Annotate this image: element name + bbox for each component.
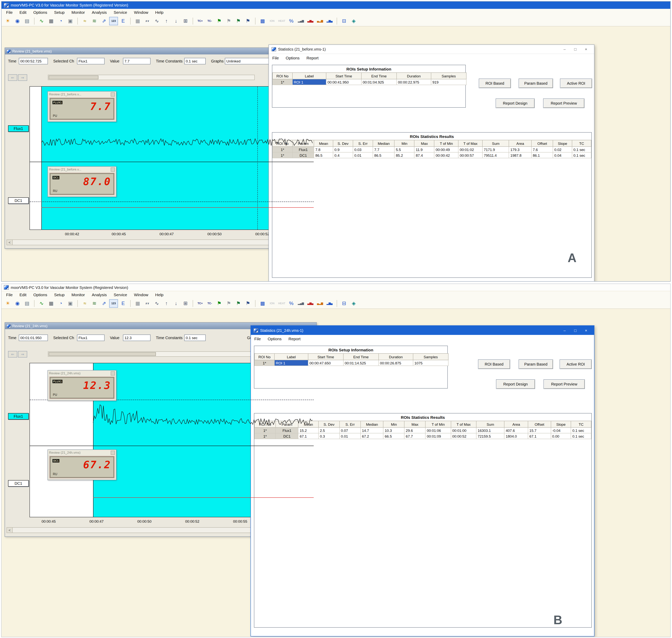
chart-notes-icon[interactable]: ⇗ (100, 17, 108, 25)
marker-gray-icon[interactable]: ⚑ (224, 299, 233, 307)
slope-cell[interactable]: -0.04 (551, 427, 571, 433)
menu-item[interactable]: Service (110, 291, 131, 298)
sdev-cell[interactable]: 0.4 (333, 152, 353, 158)
duration-cell[interactable]: 00:00:26.875 (379, 360, 413, 366)
menu-item[interactable]: Help (152, 9, 167, 15)
area-cell[interactable]: 1804.0 (504, 433, 528, 439)
serr-cell[interactable]: 0.03 (353, 147, 373, 152)
sum-cell[interactable]: 16303.1 (476, 427, 504, 433)
print-icon[interactable]: ⊟ (340, 17, 348, 25)
menu-item[interactable]: Analysis (88, 9, 110, 15)
menu-item[interactable]: Options (30, 291, 51, 298)
close-icon[interactable] (111, 167, 115, 171)
dc-display-titlebar[interactable]: Review (21_24h.vms) (48, 450, 116, 455)
menu-item[interactable]: Window (131, 291, 152, 298)
cursor-down-icon[interactable]: ↓ (172, 17, 180, 25)
histogram-blue-icon[interactable]: ▂▆▄ (325, 299, 334, 307)
main-titlebar[interactable]: moorVMS-PC V3.0 for Vascular Monitor Sys… (2, 2, 670, 9)
menu-item[interactable]: Monitor (68, 9, 88, 15)
heat-icon[interactable]: HEAT (277, 299, 286, 307)
t-of-min-cell[interactable]: 00:00:49 (434, 147, 459, 152)
close-icon[interactable]: × (581, 328, 591, 332)
grid-icon[interactable]: ▦ (133, 299, 142, 307)
histogram-red-icon[interactable]: ▃▆▄ (306, 299, 315, 307)
time-field[interactable]: 00:01:01.950 (19, 335, 48, 341)
roi-no-cell[interactable]: 1* (273, 79, 292, 85)
time-scrollbar-thumb[interactable] (49, 352, 156, 356)
cursor-down-icon[interactable]: ↓ (172, 299, 180, 307)
monitor-digits-icon[interactable]: ▦ (47, 299, 55, 307)
menu-item[interactable]: Options (264, 336, 285, 341)
serr-cell[interactable]: 0.01 (353, 152, 373, 158)
end-time-cell[interactable]: 00:01:04.925 (361, 79, 397, 85)
cursor-up-icon[interactable]: ↑ (162, 17, 171, 25)
slope-cell[interactable]: 0.02 (553, 147, 572, 152)
tc-plus-icon[interactable]: TC+ (196, 17, 205, 25)
flux-display-titlebar[interactable]: Review (21_before.v... (48, 91, 116, 97)
max-cell[interactable]: 67.7 (404, 433, 426, 439)
report-design-button[interactable]: Report Design (496, 99, 535, 108)
menu-item[interactable]: File (251, 336, 264, 341)
selected-ch-field[interactable]: Flux1 (77, 335, 105, 341)
report-design-button[interactable]: Report Design (496, 379, 535, 389)
offset-cell[interactable]: 7.6 (531, 147, 553, 152)
open-icon[interactable]: ◉ (13, 299, 22, 307)
channel-button-dc1[interactable]: DC1 (8, 480, 29, 487)
time-constants-field[interactable]: 0.1 sec (184, 58, 206, 64)
marker-delete-icon[interactable]: ⚑ (244, 299, 253, 307)
grid-icon[interactable]: ▦ (133, 17, 142, 25)
ion-icon[interactable]: ION (268, 299, 277, 307)
print-icon[interactable]: ⊟ (340, 299, 348, 307)
digital-display-icon[interactable]: 123 (109, 299, 118, 307)
sdev-cell[interactable]: 0.3 (318, 433, 340, 439)
sdev-cell[interactable]: 2.5 (318, 427, 340, 433)
percent-chart-icon[interactable]: % (287, 17, 296, 25)
chart-overlay-icon[interactable]: ≋ (90, 17, 99, 25)
marker-green-icon[interactable]: ⚑ (215, 299, 224, 307)
monitor-window-icon[interactable]: ▣ (66, 299, 75, 307)
statistics-titlebar[interactable]: Statistics (21_before.vms-1) – □ × (269, 45, 594, 54)
min-cell[interactable]: 5.5 (395, 147, 414, 152)
save-icon[interactable]: ▤ (22, 17, 31, 25)
menu-item[interactable]: Analysis (88, 291, 110, 298)
max-cell[interactable]: 87.4 (414, 152, 434, 158)
serr-cell[interactable]: 0.07 (340, 427, 361, 433)
events-icon[interactable]: E (119, 17, 127, 25)
dc-display-titlebar[interactable]: Review (21_before.v... (48, 167, 116, 172)
save-icon[interactable]: ▤ (22, 299, 31, 307)
max-cell[interactable]: 11.9 (414, 147, 434, 152)
menu-item[interactable]: File (3, 291, 16, 298)
menu-item[interactable]: Help (152, 291, 167, 298)
area-cell[interactable]: 407.6 (504, 427, 528, 433)
report-preview-button[interactable]: Report Preview (544, 379, 585, 389)
marker-add-icon[interactable]: ⚑ (234, 299, 243, 307)
minmax-icon[interactable]: ∧∨ (143, 17, 152, 25)
sum-cell[interactable]: 79511.4 (482, 152, 509, 158)
roi-based-button[interactable]: ROI Based (478, 359, 510, 369)
param-based-button[interactable]: Param Based (519, 359, 553, 369)
percent-chart-icon[interactable]: % (287, 299, 296, 307)
max-cell[interactable]: 29.6 (404, 427, 426, 433)
menu-item[interactable]: Window (131, 9, 152, 15)
monitor-trace-icon[interactable]: ∿ (37, 299, 46, 307)
menu-item[interactable]: Edit (16, 9, 30, 15)
sum-cell[interactable]: 7171.9 (482, 147, 509, 152)
nav-forward-button[interactable]: ⇒ (18, 74, 27, 81)
time-scrollbar-thumb[interactable] (49, 75, 99, 79)
chart-trace-icon[interactable]: ≈ (81, 299, 89, 307)
menu-item[interactable]: Options (30, 9, 51, 15)
histogram-red-icon[interactable]: ▃▆▄ (306, 17, 315, 25)
chart[interactable]: Review (21_24h.vms) FLUX1 PU 12.3 Review… (30, 363, 314, 517)
close-icon[interactable] (111, 450, 115, 455)
roi-label-cell[interactable]: ROI 1 (292, 79, 326, 85)
selected-ch-field[interactable]: Flux1 (77, 58, 105, 64)
menu-item[interactable]: Report (285, 336, 304, 341)
main-titlebar[interactable]: moorVMS-PC V3.0 for Vascular Monitor Sys… (2, 284, 670, 291)
flux-display-titlebar[interactable]: Review (21_24h.vms) (48, 371, 116, 376)
median-cell[interactable]: 14.7 (361, 427, 383, 433)
start-time-cell[interactable]: 00:00:41.950 (326, 79, 361, 85)
heat-icon[interactable]: HEAT (277, 17, 286, 25)
chart-overlay-icon[interactable]: ≋ (90, 299, 99, 307)
monitor-setup-icon[interactable]: ◔ (56, 299, 65, 307)
menu-item[interactable]: Monitor (68, 291, 88, 298)
